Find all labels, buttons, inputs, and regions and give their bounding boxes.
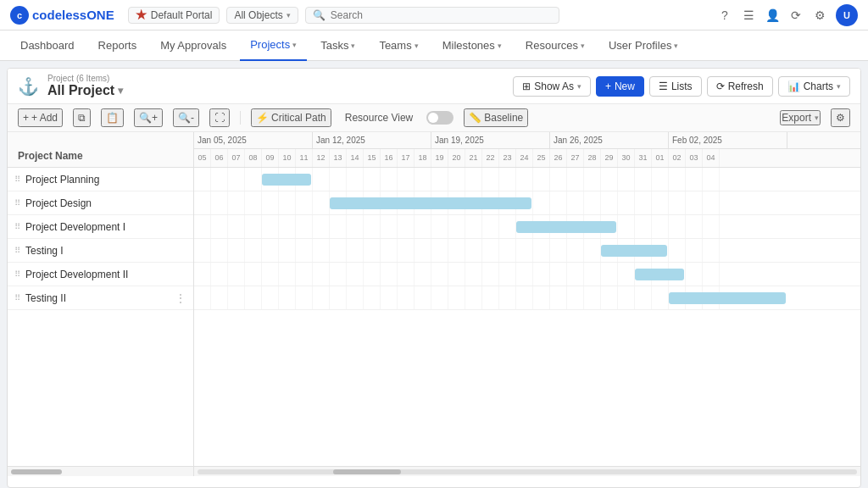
gantt-day-cell: 17 — [398, 149, 415, 167]
nav-item-reports[interactable]: Reports — [88, 30, 147, 61]
critical-path-button[interactable]: ⚡ Critical Path — [251, 108, 331, 127]
gantt-week-label: Jan 05, 2025 — [194, 132, 313, 148]
gantt-cell — [211, 239, 228, 262]
nav-item-user-profiles[interactable]: User Profiles ▾ — [598, 30, 688, 61]
export-button[interactable]: Export ▾ — [780, 110, 821, 125]
settings-icon: ⚙ — [836, 112, 845, 124]
gantt-cell — [415, 168, 431, 191]
left-scrollbar[interactable] — [8, 467, 194, 476]
gantt-row[interactable]: ⠿ Testing II ⋮ — [8, 286, 193, 310]
nav-item-dashboard[interactable]: Dashboard — [10, 30, 85, 61]
gantt-cell — [635, 286, 652, 309]
menu-icon[interactable]: ☰ — [741, 8, 756, 23]
paste-button[interactable]: 📋 — [101, 108, 124, 127]
nav-item-projects[interactable]: Projects ▾ — [240, 30, 307, 61]
gantt-cell — [499, 263, 516, 286]
gantt-cell — [313, 286, 330, 309]
gantt-cell — [228, 263, 245, 286]
gantt-bar[interactable] — [635, 269, 684, 280]
portal-badge[interactable]: Default Portal — [128, 7, 220, 24]
show-as-button[interactable]: ⊞ Show As ▾ — [513, 76, 591, 97]
gantt-bar[interactable] — [330, 197, 531, 209]
gantt-day-cell: 23 — [499, 149, 516, 167]
nav-label-dashboard: Dashboard — [20, 39, 75, 52]
gantt-weeks: Jan 05, 2025Jan 12, 2025Jan 19, 2025Jan … — [194, 132, 860, 149]
gantt-row[interactable]: ⠿ Project Planning — [8, 168, 193, 191]
gantt-cell — [398, 239, 415, 262]
nav-item-tasks[interactable]: Tasks ▾ — [310, 30, 365, 61]
settings-icon[interactable]: ⚙ — [812, 8, 827, 23]
gantt-cell — [194, 286, 211, 309]
gantt-cell — [448, 239, 465, 262]
gantt-row[interactable]: ⠿ Project Design — [8, 191, 193, 215]
gantt-bar[interactable] — [601, 245, 667, 257]
gantt-cell — [652, 286, 669, 309]
search-input[interactable] — [331, 9, 552, 21]
gantt-cell — [381, 168, 398, 191]
add-label: + Add — [31, 112, 58, 124]
nav-item-approvals[interactable]: My Approvals — [150, 30, 236, 61]
gantt-cell — [584, 191, 601, 214]
users-icon[interactable]: 👤 — [765, 8, 780, 23]
gantt-cell — [415, 215, 431, 238]
lightning-icon: ⚡ — [256, 112, 269, 124]
help-icon[interactable]: ? — [717, 8, 732, 23]
lists-button[interactable]: ☰ Lists — [649, 76, 702, 97]
nav-item-teams[interactable]: Teams ▾ — [369, 30, 428, 61]
gantt-cell — [381, 286, 398, 309]
gantt-cell — [279, 286, 296, 309]
gantt-settings-button[interactable]: ⚙ — [831, 108, 850, 127]
gantt-day-cell: 22 — [482, 149, 499, 167]
list-icon: ☰ — [659, 80, 668, 92]
zoom-in-button[interactable]: 🔍+ — [134, 108, 163, 127]
nav-item-resources[interactable]: Resources ▾ — [515, 30, 595, 61]
all-objects-dropdown[interactable]: All Objects ▾ — [226, 7, 298, 24]
gantt-row[interactable]: ⠿ Project Development II — [8, 263, 193, 286]
nav-label-resources: Resources — [526, 39, 578, 52]
gantt-cell — [228, 239, 245, 262]
resource-view-toggle[interactable] — [426, 111, 453, 125]
gantt-cell — [330, 239, 347, 262]
search-bar[interactable]: 🔍 — [305, 7, 559, 24]
refresh-button[interactable]: ⟳ Refresh — [707, 76, 773, 97]
gantt-bar[interactable] — [516, 221, 616, 233]
plus-icon: + — [23, 112, 29, 124]
copy-button[interactable]: ⧉ — [73, 108, 91, 127]
gantt-cell — [364, 239, 381, 262]
app-logo[interactable]: c codelessONE — [10, 6, 114, 25]
gantt-bar[interactable] — [262, 174, 311, 186]
avatar[interactable]: U — [836, 4, 858, 26]
charts-button[interactable]: 📊 Charts ▾ — [778, 76, 850, 97]
gantt-day-cell: 16 — [381, 149, 398, 167]
gantt-day-cell: 25 — [533, 149, 550, 167]
more-icon[interactable]: ⋮ — [175, 291, 186, 305]
action-bar: + + Add ⧉ 📋 🔍+ 🔍- ⛶ ⚡ Critical Path Reso… — [8, 104, 860, 132]
gantt-row[interactable]: ⠿ Project Development I — [8, 215, 193, 239]
chevron-down-icon[interactable]: ▾ — [118, 85, 123, 97]
gantt-right-panel[interactable]: Jan 05, 2025Jan 12, 2025Jan 19, 2025Jan … — [194, 132, 860, 466]
gantt-chart: Jan 05, 2025Jan 12, 2025Jan 19, 2025Jan … — [194, 132, 860, 466]
baseline-button[interactable]: 📏 Baseline — [464, 108, 528, 127]
nav-item-milestones[interactable]: Milestones ▾ — [432, 30, 512, 61]
right-scrollbar[interactable] — [194, 467, 860, 476]
gantt-day-cell: 31 — [635, 149, 652, 167]
fullscreen-button[interactable]: ⛶ — [209, 108, 230, 127]
gantt-bar[interactable] — [669, 292, 786, 304]
gantt-cell — [584, 239, 601, 262]
add-button[interactable]: + + Add — [18, 108, 63, 127]
gantt-cell — [669, 191, 686, 214]
gantt-row[interactable]: ⠿ Testing I — [8, 239, 193, 263]
zoom-out-icon: 🔍- — [178, 112, 194, 124]
history-icon[interactable]: ⟳ — [788, 8, 804, 23]
gantt-cell — [398, 263, 415, 286]
logo-circle: c — [10, 6, 29, 25]
gantt-cell — [601, 263, 618, 286]
zoom-out-button[interactable]: 🔍- — [173, 108, 199, 127]
gantt-cell — [211, 215, 228, 238]
gantt-cell — [652, 191, 669, 214]
gantt-cell — [347, 215, 364, 238]
nav-label-tasks: Tasks — [320, 39, 348, 52]
gantt-chart-row — [194, 286, 860, 310]
gantt-day-cell: 21 — [465, 149, 482, 167]
new-button[interactable]: + New — [596, 76, 644, 97]
